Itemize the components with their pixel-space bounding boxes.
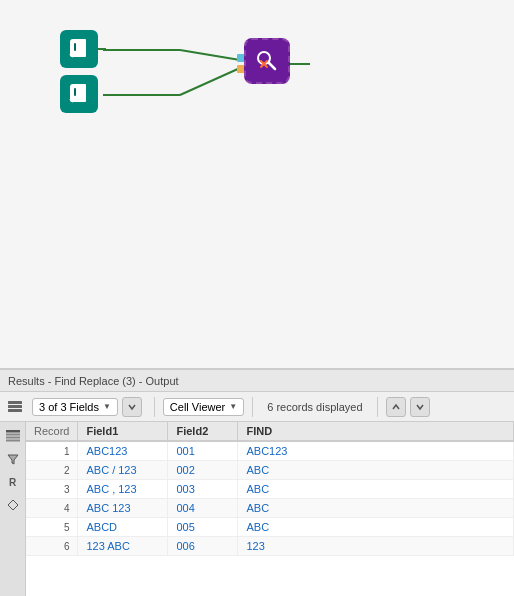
cell-field1: ABC , 123 [78, 480, 168, 499]
data-table: Record Field1 Field2 FIND 1ABC123001ABC1… [26, 422, 514, 556]
svg-line-1 [180, 50, 240, 60]
table-row: 6123 ABC006123 [26, 537, 514, 556]
toolbar-separator-2 [252, 397, 253, 417]
cell-field2: 006 [168, 537, 238, 556]
cell-record-num: 6 [26, 537, 78, 556]
find-replace-icon [244, 38, 290, 84]
table-row: 5ABCD005ABC [26, 518, 514, 537]
svg-rect-19 [8, 409, 22, 412]
cell-find: 123 [238, 537, 514, 556]
cell-field1: 123 ABC [78, 537, 168, 556]
results-header: Results - Find Replace (3) - Output [0, 370, 514, 392]
records-count: 6 records displayed [267, 401, 362, 413]
book-icon-top [60, 30, 98, 68]
svg-rect-20 [6, 430, 20, 433]
cell-field2: 004 [168, 499, 238, 518]
table-row: 1ABC123001ABC123 [26, 441, 514, 461]
table-view-icon[interactable] [6, 399, 24, 415]
cell-field2: 003 [168, 480, 238, 499]
cell-field2: 001 [168, 441, 238, 461]
cell-find: ABC [238, 461, 514, 480]
node-book-bottom[interactable] [60, 75, 98, 113]
toolbar-separator-1 [154, 397, 155, 417]
cell-viewer-dropdown[interactable]: Cell Viewer ▼ [163, 398, 244, 416]
fields-expand-button[interactable] [122, 397, 142, 417]
results-toolbar: 3 of 3 Fields ▼ Cell Viewer ▼ 6 records … [0, 392, 514, 422]
table-body: 1ABC123001ABC1232ABC / 123002ABC3ABC , 1… [26, 441, 514, 556]
cell-find: ABC [238, 499, 514, 518]
table-row: 3ABC , 123003ABC [26, 480, 514, 499]
cell-field1: ABC123 [78, 441, 168, 461]
side-panel: R [0, 422, 26, 596]
cell-field2: 002 [168, 461, 238, 480]
results-title: Results - Find Replace (3) - Output [8, 375, 179, 387]
filter-icon[interactable] [3, 449, 23, 469]
canvas [0, 0, 514, 370]
fields-dropdown[interactable]: 3 of 3 Fields ▼ [32, 398, 118, 416]
table-row: 2ABC / 123002ABC [26, 461, 514, 480]
table-row: 4ABC 123004ABC [26, 499, 514, 518]
svg-line-3 [180, 68, 240, 95]
results-panel: Results - Find Replace (3) - Output 3 of… [0, 370, 514, 596]
svg-rect-10 [74, 88, 76, 96]
svg-rect-21 [6, 434, 20, 436]
cell-record-num: 1 [26, 441, 78, 461]
header-row: Record Field1 Field2 FIND [26, 422, 514, 441]
r-icon[interactable]: R [3, 472, 23, 492]
cell-record-num: 2 [26, 461, 78, 480]
toolbar-separator-3 [377, 397, 378, 417]
cell-viewer-label: Cell Viewer [170, 401, 225, 413]
cell-record-num: 3 [26, 480, 78, 499]
cell-field1: ABC 123 [78, 499, 168, 518]
svg-rect-22 [6, 437, 20, 439]
book-icon-bottom [60, 75, 98, 113]
svg-rect-8 [77, 43, 83, 45]
scroll-down-button[interactable] [410, 397, 430, 417]
data-table-wrapper: Record Field1 Field2 FIND 1ABC123001ABC1… [26, 422, 514, 596]
svg-rect-11 [77, 88, 83, 90]
col-header-field1: Field1 [78, 422, 168, 441]
cell-record-num: 5 [26, 518, 78, 537]
svg-rect-12 [77, 91, 82, 93]
node-find-replace[interactable] [244, 38, 290, 84]
cell-field1: ABCD [78, 518, 168, 537]
col-header-record: Record [26, 422, 78, 441]
fields-label: 3 of 3 Fields [39, 401, 99, 413]
results-body: R Record Field1 Field2 FIND [0, 422, 514, 596]
col-header-field2: Field2 [168, 422, 238, 441]
cell-field2: 005 [168, 518, 238, 537]
svg-line-14 [269, 63, 276, 70]
cell-find: ABC [238, 480, 514, 499]
cell-find: ABC123 [238, 441, 514, 461]
cell-record-num: 4 [26, 499, 78, 518]
col-header-find: FIND [238, 422, 514, 441]
table-header: Record Field1 Field2 FIND [26, 422, 514, 441]
scroll-up-button[interactable] [386, 397, 406, 417]
svg-rect-17 [8, 401, 22, 404]
table-icon[interactable] [3, 426, 23, 446]
svg-rect-23 [6, 440, 20, 442]
svg-rect-7 [74, 43, 76, 51]
cell-find: ABC [238, 518, 514, 537]
diamond-icon[interactable] [3, 495, 23, 515]
svg-rect-9 [77, 46, 82, 48]
svg-rect-18 [8, 405, 22, 408]
cell-field1: ABC / 123 [78, 461, 168, 480]
node-book-top[interactable] [60, 30, 98, 68]
cell-viewer-arrow: ▼ [229, 402, 237, 411]
fields-dropdown-arrow: ▼ [103, 402, 111, 411]
